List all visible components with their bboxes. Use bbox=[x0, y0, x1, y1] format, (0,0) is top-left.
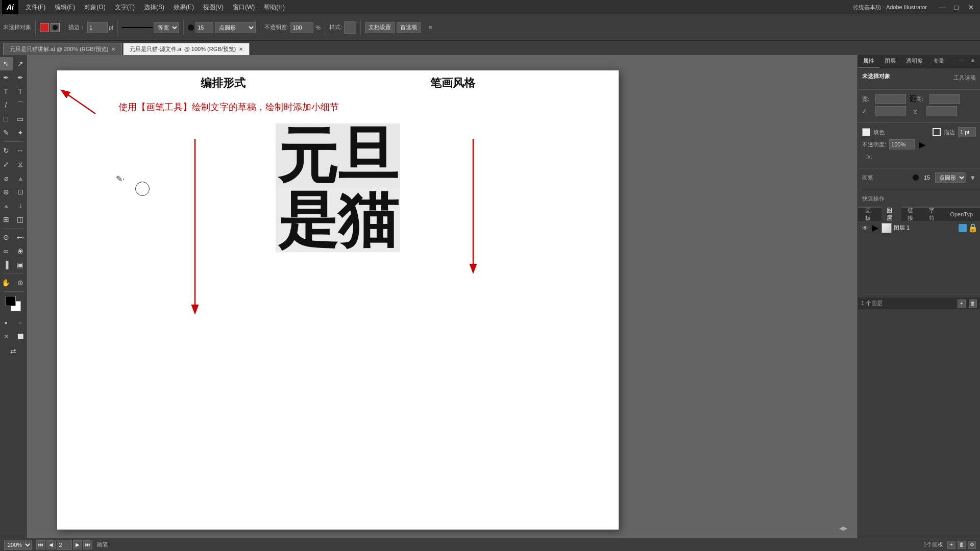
delete-artboard-button[interactable]: 🗑 bbox=[958, 541, 966, 549]
transform-shear-input[interactable] bbox=[926, 106, 957, 116]
bp-tab-artboard[interactable]: 画板 bbox=[860, 206, 880, 223]
brush-type-select[interactable]: 点圆形 bbox=[215, 22, 256, 33]
menu-file[interactable]: 文件(F) bbox=[21, 2, 50, 13]
warp-tool-button[interactable]: ⌀ bbox=[0, 171, 13, 185]
touch-type-button[interactable]: T bbox=[14, 85, 27, 98]
free-transform-button[interactable]: ⟁ bbox=[14, 171, 27, 185]
new-layer-button[interactable]: + bbox=[958, 299, 966, 308]
bp-tab-opentype[interactable]: OpenTyp bbox=[945, 210, 978, 218]
pen-tool-button[interactable]: ✒ bbox=[0, 71, 13, 84]
delete-layer-button[interactable]: 🗑 bbox=[969, 299, 977, 308]
page-number-input[interactable] bbox=[57, 540, 72, 550]
scale-tool-button[interactable]: ⤢ bbox=[0, 158, 13, 171]
foreground-color[interactable] bbox=[6, 296, 16, 306]
tab-file-1[interactable]: 元旦是只猫讲解.ai @ 200% (RGB/预览) ✕ bbox=[3, 43, 122, 55]
blend-tool-button[interactable]: ∞ bbox=[0, 244, 13, 258]
rect-tool-button[interactable]: □ bbox=[0, 112, 13, 126]
artboard-tool-button[interactable]: ▣ bbox=[14, 258, 27, 271]
tab-file-2[interactable]: 元旦是只猫-源文件.ai @ 100% (RGB/预览) ✕ bbox=[123, 43, 250, 55]
menu-view[interactable]: 视图(V) bbox=[199, 2, 228, 13]
gradient-button[interactable]: ⬜ bbox=[14, 330, 27, 343]
mesh-tool-button[interactable]: ⊞ bbox=[0, 213, 13, 226]
measure-button[interactable]: ⊷ bbox=[14, 231, 27, 244]
gradient-tool-button[interactable]: ◫ bbox=[14, 213, 27, 226]
rp-tab-properties[interactable]: 属性 bbox=[858, 55, 879, 68]
opacity-right-input[interactable] bbox=[889, 139, 915, 149]
menu-window[interactable]: 窗口(W) bbox=[229, 2, 259, 13]
rp-tab-transparency[interactable]: 透明度 bbox=[901, 55, 928, 68]
canvas-area[interactable]: 编排形式 笔画风格 使用【画笔工具】绘制文字的草稿，绘制时添加小细节 bbox=[27, 55, 857, 538]
stroke-width-right-input[interactable] bbox=[958, 127, 976, 137]
swap-colors-button[interactable]: ⇄ bbox=[7, 344, 20, 358]
zoom-select[interactable]: 200% 100% 50% bbox=[4, 540, 32, 550]
blob-brush-button[interactable]: ✦ bbox=[14, 126, 27, 139]
prev-page-button[interactable]: ◀ bbox=[46, 540, 56, 549]
column-graph-button[interactable]: ▐ bbox=[0, 258, 13, 271]
first-option-button[interactable]: 首选项 bbox=[397, 22, 421, 33]
menu-help[interactable]: 帮助(H) bbox=[260, 2, 289, 13]
stroke-color-button[interactable]: ○ bbox=[14, 316, 27, 329]
transform-angle-input[interactable] bbox=[875, 106, 906, 116]
hand-tool-button[interactable]: ✋ bbox=[0, 276, 13, 289]
rounded-rect-button[interactable]: ▭ bbox=[14, 112, 27, 126]
perspective-select-button[interactable]: ⟂ bbox=[14, 199, 27, 212]
layer-eye-icon[interactable]: 👁 bbox=[861, 224, 869, 232]
right-panel-minimize[interactable]: — bbox=[957, 55, 967, 65]
brush-tool-button[interactable]: ✎ bbox=[0, 126, 13, 139]
next-page-button[interactable]: ▶ bbox=[73, 540, 82, 549]
bp-tab-links[interactable]: 链接 bbox=[902, 206, 923, 223]
right-panel-arrange[interactable]: ≡ bbox=[968, 55, 978, 65]
none-button[interactable]: ✕ bbox=[0, 330, 13, 343]
rp-tab-variables[interactable]: 变量 bbox=[928, 55, 949, 68]
transform-width-input[interactable] bbox=[875, 94, 906, 104]
doc-settings-button[interactable]: 文档设置 bbox=[365, 22, 395, 33]
menu-effect[interactable]: 效果(E) bbox=[169, 2, 198, 13]
shape-builder-button[interactable]: ⊕ bbox=[0, 185, 13, 198]
menu-text[interactable]: 文字(T) bbox=[111, 2, 139, 13]
brush-type-right-select[interactable]: 点圆形 bbox=[935, 172, 966, 183]
add-anchor-button[interactable]: ✒ bbox=[14, 71, 27, 84]
live-paint-button[interactable]: ⊡ bbox=[14, 185, 27, 198]
fill-color-button[interactable]: ● bbox=[0, 316, 13, 329]
layer-row-1[interactable]: 👁 ▶ 图层 1 🔒 bbox=[858, 221, 980, 235]
perspective-grid-button[interactable]: ⟁ bbox=[0, 199, 13, 212]
line-tool-button[interactable]: / bbox=[0, 98, 13, 112]
tab-close-2[interactable]: ✕ bbox=[239, 46, 243, 52]
eyedropper-button[interactable]: ⊙ bbox=[0, 231, 13, 244]
transform-height-input[interactable] bbox=[929, 94, 960, 104]
opacity-input[interactable] bbox=[290, 22, 313, 33]
bp-tab-char[interactable]: 字符 bbox=[924, 206, 944, 223]
shear-tool-button[interactable]: ⧖ bbox=[14, 158, 27, 171]
layer-lock-icon[interactable]: 🔒 bbox=[969, 224, 977, 232]
fill-swatch[interactable] bbox=[862, 128, 870, 136]
text-tool-button[interactable]: T bbox=[0, 85, 13, 98]
minimize-button[interactable]: — bbox=[935, 0, 949, 14]
direct-selection-tool-button[interactable]: ↗ bbox=[14, 57, 27, 70]
menu-object[interactable]: 对象(O) bbox=[80, 2, 109, 13]
reflect-tool-button[interactable]: ↔ bbox=[14, 144, 27, 157]
maximize-button[interactable]: □ bbox=[949, 0, 964, 14]
brush-color-swatch[interactable] bbox=[40, 23, 49, 32]
close-button[interactable]: ✕ bbox=[964, 0, 978, 14]
selection-tool-button[interactable]: ↖ bbox=[0, 57, 13, 70]
arc-tool-button[interactable]: ⌒ bbox=[14, 98, 27, 112]
last-page-button[interactable]: ⏭ bbox=[83, 540, 92, 549]
brush-shape-swatch[interactable] bbox=[51, 23, 60, 32]
menu-select[interactable]: 选择(S) bbox=[140, 2, 168, 13]
layer-arrow-icon[interactable]: ▶ bbox=[871, 224, 879, 232]
stroke-style-select[interactable]: 等宽 bbox=[154, 22, 179, 33]
new-artboard-button[interactable]: + bbox=[947, 541, 955, 549]
menu-edit[interactable]: 编辑(E) bbox=[51, 2, 79, 13]
first-page-button[interactable]: ⏮ bbox=[36, 540, 45, 549]
stroke-width-input[interactable] bbox=[87, 22, 108, 33]
symbol-sprayer-button[interactable]: ❀ bbox=[14, 244, 27, 258]
opacity-expand-btn[interactable]: ▶ bbox=[918, 140, 927, 149]
style-swatch[interactable] bbox=[344, 21, 356, 34]
artboard-settings-button[interactable]: ⚙ bbox=[968, 541, 976, 549]
brush-expand-btn[interactable]: ▼ bbox=[969, 174, 976, 182]
rp-tab-layers[interactable]: 图层 bbox=[879, 55, 901, 68]
toolbar-extra-btn[interactable]: ≡ bbox=[425, 22, 436, 33]
stroke-swatch[interactable] bbox=[933, 128, 941, 136]
brush-size-input[interactable] bbox=[195, 22, 213, 33]
rotate-tool-button[interactable]: ↻ bbox=[0, 144, 13, 157]
